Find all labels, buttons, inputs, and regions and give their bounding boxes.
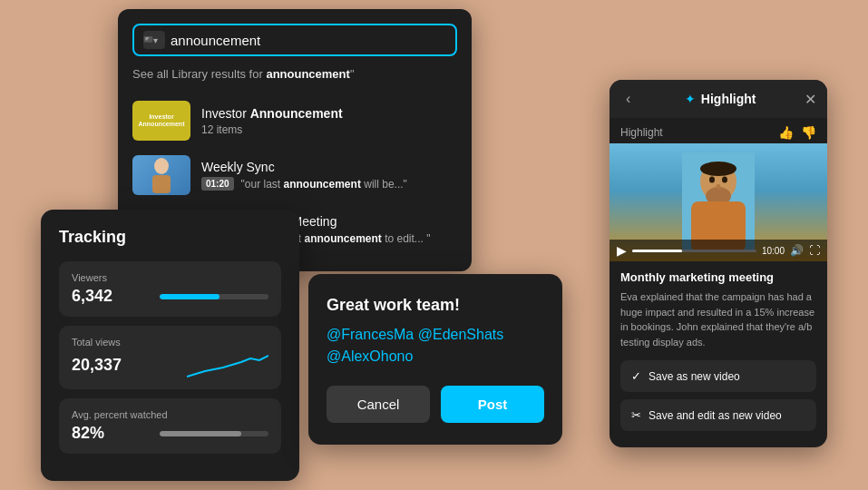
svg-rect-4 [152,175,171,193]
highlight-action-edit[interactable]: ✂ Save and edit as new video [620,399,816,431]
result-title-weekly: Weekly Sync [201,160,457,174]
result-info-weekly: Weekly Sync 01:20 "our last announcement… [201,160,457,191]
svg-point-17 [722,177,727,183]
search-type-icon[interactable]: ▾ [143,31,165,49]
svg-rect-0 [144,36,153,43]
search-hint-query: announcement [266,67,349,81]
search-input[interactable] [171,33,446,48]
thumb-investor-label: InvestorAnnouncement [139,113,185,129]
result-info-investor: Investor Announcement 12 items [201,106,457,136]
stat-bar-fill-avgwatch [160,431,241,436]
cancel-button[interactable]: Cancel [327,386,430,423]
result-meta-investor: 12 items [201,123,457,136]
result-meta-weekly: 01:20 "our last announcement will be..." [201,177,457,191]
stat-label-viewers: Viewers [72,272,268,283]
result-count-investor: 12 items [201,123,242,136]
tracking-stat-viewers: Viewers 6,342 [59,261,281,317]
highlight-panel: ‹ ✦ Highlight ✕ Highlight 👍 👎 [610,80,827,447]
post-button[interactable]: Post [441,386,544,423]
highlight-desc: Eva explained that the campaign has had … [620,289,816,349]
highlight-video-title: Monthly marketing meeting [620,270,816,284]
play-button[interactable]: ▶ [617,243,627,258]
stat-value-totalviews: 20,337 [72,356,122,375]
highlight-label-row: Highlight 👍 👎 [610,118,827,143]
stat-bar-avgwatch [160,431,268,436]
scissors-icon: ✂ [631,408,641,422]
result-title-investor: Investor Announcement [201,106,457,121]
stat-bar-fill-viewers [160,294,219,299]
stat-row-viewers: 6,342 [72,287,268,306]
highlight-star-icon: ✦ [685,92,696,106]
checkmark-icon: ✓ [631,369,641,383]
svg-rect-1 [145,37,149,38]
result-thumbnail-weekly [132,155,190,195]
search-result-investor[interactable]: InvestorAnnouncement Investor Announceme… [132,93,457,148]
result-badge-weekly: 01:20 [201,177,234,191]
video-progress-bar[interactable] [632,250,756,252]
result-thumbnail-investor: InvestorAnnouncement [132,101,190,141]
post-panel: Great work team! @FrancesMa @EdenShats@A… [308,274,562,445]
post-title: Great work team! [327,296,544,315]
video-time: 10:00 [762,246,785,256]
search-result-weekly[interactable]: Weekly Sync 01:20 "our last announcement… [132,148,457,202]
thumbs-down-button[interactable]: 👎 [801,125,816,140]
dropdown-arrow-icon: ▾ [153,35,158,45]
stat-value-viewers: 6,342 [72,287,112,306]
thumb-weekly-person [132,155,190,195]
highlight-close-button[interactable]: ✕ [805,91,816,108]
svg-point-16 [709,177,715,183]
svg-point-15 [700,162,736,176]
svg-point-18 [717,184,721,190]
tracking-stat-avgwatch: Avg. percent watched 82% [59,398,281,454]
sparkline-totalviews [187,351,268,378]
volume-button[interactable]: 🔊 [790,244,804,257]
stat-row-totalviews: 20,337 [72,351,268,378]
tracking-panel: Tracking Viewers 6,342 Total views 20,33… [41,210,299,481]
highlight-feedback: 👍 👎 [778,125,816,140]
stat-row-avgwatch: 82% [72,424,268,443]
svg-rect-2 [145,39,148,40]
tracking-title: Tracking [59,228,281,247]
highlight-header: ‹ ✦ Highlight ✕ [610,80,827,118]
action-label-edit: Save and edit as new video [649,409,782,422]
svg-point-3 [154,158,169,174]
video-container: ▶ 10:00 🔊 ⛶ [610,143,827,261]
thumbs-up-button[interactable]: 👍 [778,125,794,140]
video-icons: 🔊 ⛶ [790,244,820,257]
highlight-action-save[interactable]: ✓ Save as new video [620,360,816,392]
highlight-back-button[interactable]: ‹ [620,89,636,109]
post-mentions: @FrancesMa @EdenShats@AlexOhono [327,324,544,368]
search-hint: See all Library results for announcement… [132,67,457,81]
progress-fill [632,250,682,252]
search-input-wrapper: ▾ [132,24,457,56]
video-controls: ▶ 10:00 🔊 ⛶ [610,240,827,261]
stat-label-totalviews: Total views [72,337,268,348]
highlight-title-wrap: ✦ Highlight [685,92,756,106]
highlight-title: Highlight [701,92,756,106]
stat-value-avgwatch: 82% [72,424,104,443]
stat-label-avgwatch: Avg. percent watched [72,409,268,420]
stat-bar-viewers [160,294,268,299]
fullscreen-button[interactable]: ⛶ [809,244,820,257]
result-snippet-weekly: "our last announcement will be..." [241,178,407,191]
action-label-save: Save as new video [649,370,740,383]
highlight-content: Monthly marketing meeting Eva explained … [610,261,827,447]
post-actions: Cancel Post [327,386,544,423]
highlight-label-text: Highlight [620,126,663,139]
tracking-stat-totalviews: Total views 20,337 [59,326,281,389]
